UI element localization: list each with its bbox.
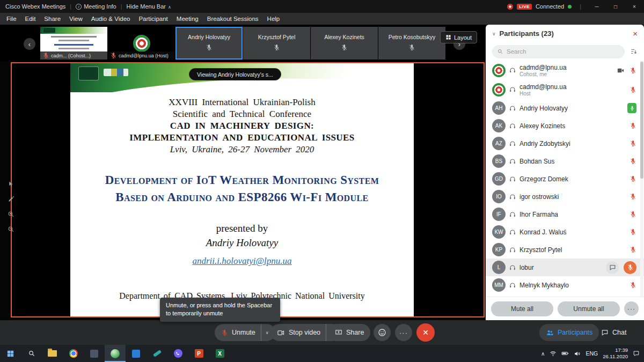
video-tile[interactable]: Krzysztof Pytel Krzysztof Pytel [243, 27, 310, 60]
participant-row[interactable]: GD Grzegorz Domek [486, 170, 644, 188]
participants-header: ∨ Participants (23) × [486, 25, 644, 42]
video-tile[interactable]: Petro Kosobutskyy Petro Kosobutskyy [378, 27, 445, 60]
annotation-pointer-icon[interactable] [8, 181, 14, 188]
headset-icon [509, 67, 516, 73]
participant-row[interactable]: BS Bohdan Sus [486, 152, 644, 170]
participant-row[interactable]: AH Andriy Holovatyy [486, 99, 644, 117]
reactions-button[interactable] [374, 324, 391, 341]
video-tile[interactable]: cadm... (Cohost...) cadm... (Cohost...) [40, 27, 107, 60]
close-button[interactable]: × [627, 4, 642, 10]
info-icon: i [76, 4, 82, 10]
menu-item-edit[interactable]: Edit [21, 13, 40, 25]
headset-icon [509, 123, 516, 129]
zoom-out-icon[interactable] [8, 226, 14, 233]
video-tile[interactable]: Alexey Kozinets Alexey Kozinets [311, 27, 378, 60]
zoom-in-icon[interactable] [8, 211, 14, 218]
participants-toggle-button[interactable]: Participants [539, 324, 599, 341]
participants-label: Participants [558, 329, 592, 336]
tray-chevron-icon[interactable]: ∧ [541, 351, 545, 357]
file-explorer-icon[interactable] [42, 345, 63, 362]
video-tile[interactable]: Andriy Holovatyy Andriy Holovatyy [175, 27, 243, 60]
menu-item-file[interactable]: File [2, 13, 21, 25]
collapse-chevron-icon[interactable]: ∨ [492, 31, 496, 36]
annotation-pen-icon[interactable] [8, 196, 14, 203]
powerpoint-app-icon[interactable] [188, 345, 209, 362]
participant-name: Krzysztof Pytel [519, 246, 562, 254]
volume-icon[interactable] [574, 350, 581, 357]
headset-icon [509, 247, 516, 253]
presenter-email-link[interactable]: andrii.i.holovatyi@lpnu.ua [192, 256, 291, 266]
more-controls-button[interactable]: ··· [395, 324, 412, 341]
slide-title-line: Development of IoT Weather Monitoring Sy… [70, 173, 414, 188]
tile-participant-name: cadmd@lpnu.ua (Host) [119, 53, 169, 58]
participant-row[interactable]: cadmd@lpnu.ua Host [486, 80, 644, 99]
participant-row[interactable]: AZ Andriy Zdobytskyi [486, 135, 644, 152]
participant-search[interactable] [492, 45, 625, 58]
titlebar-right-cluster: LIVE Connected | ─ □ × [507, 3, 644, 10]
app-icon-generic[interactable] [84, 345, 105, 362]
photos-app-icon[interactable] [126, 345, 147, 362]
hide-menu-bar-button[interactable]: Hide Menu Bar∧ [127, 3, 171, 10]
participant-row[interactable]: MM Melnyk Mykhaylo [486, 276, 644, 294]
participant-row[interactable]: cadmd@lpnu.ua Cohost, me [486, 61, 644, 80]
slide-title-line: Based on Arduino and ESP8266 Wi-Fi Modul… [70, 190, 414, 205]
layout-button[interactable]: Layout [440, 31, 477, 43]
search-input[interactable] [507, 48, 620, 55]
chat-icon [601, 329, 609, 336]
sort-participants-icon[interactable] [630, 48, 638, 55]
menu-item-audio-video[interactable]: Audio & Video [87, 13, 135, 25]
connection-quality-dot [568, 5, 572, 9]
action-center-icon[interactable] [633, 350, 640, 357]
share-button[interactable]: Share [328, 324, 370, 341]
chrome-icon[interactable] [63, 345, 84, 362]
menu-item-participant[interactable]: Participant [134, 13, 172, 25]
participant-row[interactable]: KP Krzysztof Pytel [486, 241, 644, 258]
menu-item-breakout-sessions[interactable]: Breakout Sessions [203, 13, 263, 25]
menu-item-view[interactable]: View [65, 13, 87, 25]
menu-item-share[interactable]: Share [40, 13, 65, 25]
minimize-button[interactable]: ─ [589, 4, 604, 10]
paint-app-icon[interactable] [147, 345, 167, 362]
maximize-button[interactable]: □ [608, 4, 623, 10]
taskbar-clock[interactable]: 17:39 26.11.2020 [603, 347, 628, 360]
video-tile[interactable]: cadmd@lpnu.ua (Host) cadmd@lpnu.ua (Host… [108, 27, 175, 60]
chat-toggle-button[interactable]: Chat [595, 324, 633, 341]
scrollbar-thumb[interactable] [640, 62, 643, 179]
wifi-icon[interactable] [550, 350, 557, 357]
meeting-info-button[interactable]: Meeting Info [84, 3, 116, 10]
participant-row[interactable]: IF Ihor Farmaha [486, 205, 644, 223]
avatar: AZ [492, 137, 506, 150]
participant-role: Cohost, me [519, 71, 567, 77]
unmute-all-button[interactable]: Unmute all [558, 301, 620, 316]
audio-options-chevron-icon[interactable]: ∨ [261, 324, 269, 341]
participant-row[interactable]: KW Konrad J. Waluś [486, 223, 644, 241]
filmstrip-prev-button[interactable]: ‹ [24, 38, 35, 50]
language-indicator[interactable]: ENG [586, 350, 598, 357]
more-options-button[interactable]: ··· [624, 301, 639, 316]
conference-title-line: XXVIII International Ukrainian-Polish [70, 97, 414, 108]
participant-row[interactable]: IO igor ostrowski [486, 188, 644, 205]
participant-row[interactable]: AK Alexey Kozinets [486, 117, 644, 135]
mute-action-button[interactable] [624, 261, 636, 274]
unmute-button[interactable]: Unmute ∨ [215, 324, 275, 341]
start-button[interactable] [0, 345, 21, 362]
leave-meeting-button[interactable]: ✕ [416, 323, 435, 342]
battery-icon[interactable] [561, 350, 569, 357]
excel-app-icon[interactable] [209, 345, 230, 362]
menu-item-meeting[interactable]: Meeting [172, 13, 203, 25]
avatar: KP [492, 243, 506, 256]
menu-item-help[interactable]: Help [263, 13, 284, 25]
panel-close-icon[interactable]: × [633, 29, 638, 38]
mute-all-button[interactable]: Mute all [491, 301, 553, 316]
audio-active-indicator [627, 103, 636, 113]
share-label: Share [346, 329, 364, 336]
presented-by-label: presented by [70, 223, 414, 235]
participant-row[interactable]: L lobur [486, 258, 644, 276]
meeting-controls-bar: Unmute ∨ Stop video ∨ Share ··· ✕ Partic… [0, 320, 644, 345]
conference-location-line: Lviv, Ukraine, 26-27 November 2020 [70, 144, 414, 155]
chat-action-button[interactable] [606, 261, 619, 274]
muted-mic-icon [221, 329, 228, 336]
webex-app-icon[interactable] [105, 345, 126, 362]
viber-app-icon[interactable] [167, 345, 188, 362]
taskbar-search-icon[interactable] [21, 345, 42, 362]
